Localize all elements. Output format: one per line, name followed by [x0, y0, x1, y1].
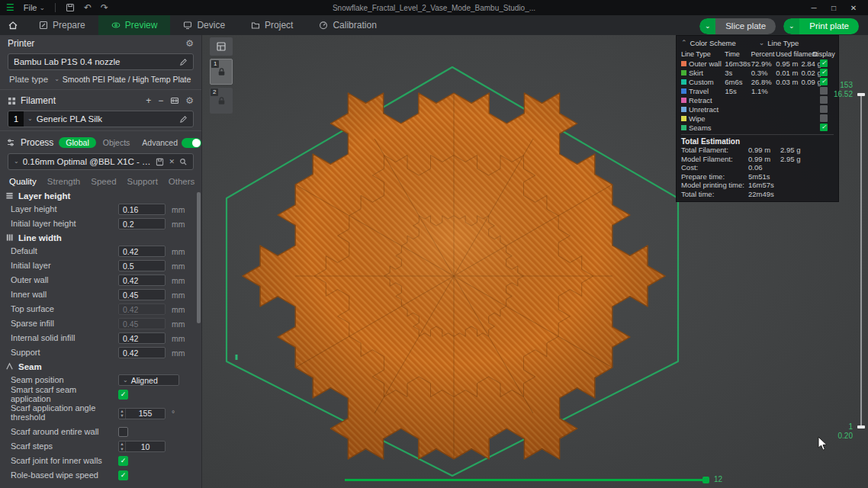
maximize-button[interactable]: □ [824, 4, 844, 12]
printer-selector[interactable]: Bambu Lab P1S 0.4 nozzle [8, 53, 194, 70]
tab-support[interactable]: Support [127, 177, 158, 186]
role-wipe-checkbox[interactable]: ✓ [118, 470, 128, 480]
display-checkbox[interactable]: ✓ [820, 124, 828, 131]
layer-slider-top-handle[interactable] [857, 93, 865, 96]
scarf-around-checkbox[interactable]: ✓ [118, 427, 128, 437]
setting-row: Scarf joint for inner walls ✓ [0, 454, 201, 468]
setting-row: Internal solid infill 0.42 mm [0, 331, 201, 345]
tab-quality[interactable]: Quality [9, 177, 37, 186]
chevron-down-icon: ⌄ [27, 116, 33, 122]
close-button[interactable]: ✕ [844, 4, 863, 12]
scope-objects-button[interactable]: Objects [101, 137, 137, 148]
legend-panel: ⌃ Color Scheme ⌄ Line Type Line Type Tim… [676, 35, 839, 202]
printer-settings-gear-icon[interactable]: ⚙ [185, 38, 194, 49]
line-width-default-input[interactable]: 0.42 [118, 246, 166, 257]
collapse-icon[interactable]: ⌃ [681, 40, 687, 47]
filament-settings-gear-icon[interactable]: ⚙ [185, 95, 194, 106]
plate-type-dropdown[interactable]: ⌄ Smooth PEI Plate / High Temp Plate [54, 75, 194, 84]
layer-slider-bottom-handle[interactable] [857, 425, 865, 429]
ams-icon[interactable] [170, 96, 179, 105]
add-filament-button[interactable]: + [146, 95, 151, 106]
legend-row: Unretract ✓ [681, 104, 834, 114]
divider [0, 89, 201, 90]
process-preset-selector[interactable]: ⌄ 0.16mm Optimal @BBL X1C - Copy ✕ [8, 153, 194, 170]
edit-printer-icon[interactable] [179, 58, 188, 66]
edit-filament-icon[interactable] [179, 115, 188, 124]
line-width-initial-layer-input[interactable]: 0.5 [118, 260, 166, 271]
search-icon[interactable] [179, 158, 188, 166]
save-preset-icon[interactable] [156, 158, 164, 166]
tab-others[interactable]: Others [169, 177, 195, 186]
display-checkbox[interactable]: ✓ [820, 105, 828, 113]
filament-selector[interactable]: 1 ⌄ Generic PLA Silk [8, 111, 194, 127]
scope-global-button[interactable]: Global [59, 137, 95, 148]
sidebar-scrollbar[interactable] [197, 192, 201, 323]
filament-icon [8, 97, 16, 105]
line-width-outer-wall-input[interactable]: 0.42 [118, 274, 166, 286]
layer-slider-track[interactable] [860, 95, 862, 428]
lock-icon[interactable] [217, 67, 227, 77]
move-slider-handle[interactable] [702, 477, 709, 483]
divider [55, 3, 56, 12]
initial-layer-height-input[interactable]: 0.2 [118, 218, 166, 230]
display-checkbox[interactable]: ✓ [820, 114, 828, 122]
slice-plate-button[interactable]: ⌄ Slice plate [699, 18, 776, 34]
print-options-dropdown[interactable]: ⌄ [783, 18, 799, 34]
main-nav: Prepare Preview Device Project Calibrati… [0, 15, 868, 35]
color-swatch [681, 79, 686, 85]
display-checkbox[interactable]: ✓ [820, 78, 828, 85]
minimize-button[interactable]: ─ [804, 4, 824, 12]
tab-prepare[interactable]: Prepare [26, 15, 98, 35]
delete-preset-icon[interactable]: ✕ [169, 158, 175, 165]
plate-thumbnail-2[interactable]: 2 [210, 88, 233, 114]
project-icon [251, 21, 260, 30]
tab-speed[interactable]: Speed [91, 177, 116, 186]
tab-project[interactable]: Project [238, 15, 306, 35]
line-width-support-input[interactable]: 0.42 [118, 347, 166, 358]
line-width-top-surface-input[interactable]: 0.42 [118, 303, 166, 315]
plate-thumbnail-1[interactable]: 1 [210, 59, 233, 85]
file-menu[interactable]: File ⌄ [19, 0, 50, 15]
model-crease-lines [295, 93, 612, 459]
home-tab[interactable] [0, 15, 26, 35]
3d-viewport[interactable]: 1 2 ⌃ Color Scheme ⌄ Line Type Line Type… [202, 35, 868, 488]
smart-scarf-checkbox[interactable]: ✓ [118, 390, 128, 400]
tab-preview[interactable]: Preview [98, 15, 171, 35]
app-menu-icon[interactable]: ☰ [6, 2, 14, 13]
view-type-dropdown[interactable]: ⌄ Line Type [759, 39, 799, 47]
tab-calibration[interactable]: Calibration [306, 15, 389, 35]
tab-strength[interactable]: Strength [47, 177, 80, 186]
remove-filament-button[interactable]: − [158, 95, 163, 106]
tab-device[interactable]: Device [170, 15, 238, 35]
move-slider-track[interactable] [345, 479, 708, 481]
filament-section-header: Filament + − ⚙ [0, 92, 201, 109]
lock-icon[interactable] [217, 96, 227, 106]
display-checkbox[interactable]: ✓ [820, 59, 828, 67]
total-row: Prepare time:5m51s [681, 172, 834, 181]
slice-options-dropdown[interactable]: ⌄ [699, 18, 715, 34]
save-icon[interactable] [66, 3, 75, 12]
line-width-sparse-infill-input[interactable]: 0.45 [118, 318, 166, 329]
chevron-down-icon: ⌄ [54, 76, 59, 82]
display-checkbox[interactable]: ✓ [820, 69, 828, 76]
display-checkbox[interactable]: ✓ [820, 96, 828, 104]
setting-row: Inner wall 0.45 mm [0, 287, 201, 302]
scarf-angle-spinner[interactable]: ▲▼ 155 [118, 408, 166, 419]
seam-position-dropdown[interactable]: ⌄ Aligned [118, 374, 179, 386]
undo-icon[interactable]: ↶ [84, 2, 92, 13]
redo-icon[interactable]: ↷ [101, 2, 108, 13]
display-checkbox[interactable]: ✓ [820, 87, 828, 95]
print-plate-button[interactable]: ⌄ Print plate [783, 18, 859, 34]
color-swatch [681, 98, 686, 103]
scarf-joint-checkbox[interactable]: ✓ [118, 456, 128, 466]
line-width-inner-wall-input[interactable]: 0.45 [118, 289, 166, 300]
layer-height-input[interactable]: 0.16 [118, 204, 166, 215]
process-icon [6, 138, 15, 147]
advanced-toggle[interactable] [182, 138, 201, 148]
legend-title: Color Scheme [690, 39, 736, 47]
file-menu-label: File [24, 3, 37, 12]
line-width-internal-solid-input[interactable]: 0.42 [118, 332, 166, 344]
plate-list-toggle[interactable] [210, 37, 233, 56]
scarf-steps-spinner[interactable]: ▲▼ 10 [118, 441, 166, 452]
process-section-header: Process Global Objects Advanced [0, 133, 201, 152]
